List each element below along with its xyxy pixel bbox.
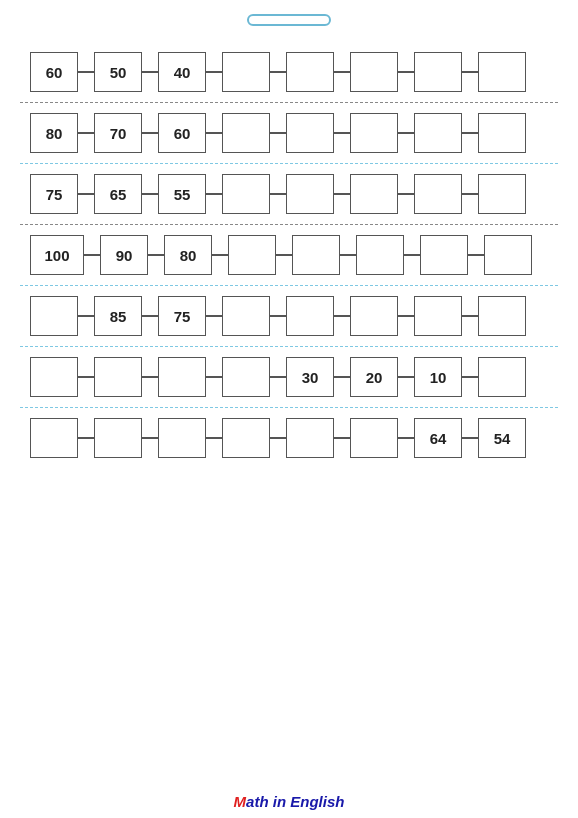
cell-3-4 [292,235,340,275]
cell-6-4 [286,418,334,458]
connector-3-1 [84,254,100,256]
connector-2-3 [206,193,222,195]
cell-1-0: 80 [30,113,78,153]
connector-2-6 [398,193,414,195]
connector-6-1 [78,437,94,439]
cell-1-2: 60 [158,113,206,153]
connector-2-7 [462,193,478,195]
cell-0-1: 50 [94,52,142,92]
row-section-6: 6454 [20,410,558,466]
cell-1-6 [414,113,462,153]
cell-0-3 [222,52,270,92]
divider-4 [20,346,558,347]
connector-5-1 [78,376,94,378]
cell-6-7: 54 [478,418,526,458]
cell-4-0 [30,296,78,336]
connector-1-2 [142,132,158,134]
cell-2-4 [286,174,334,214]
connector-3-7 [468,254,484,256]
connector-0-1 [78,71,94,73]
cell-5-6: 10 [414,357,462,397]
cell-1-1: 70 [94,113,142,153]
connector-2-1 [78,193,94,195]
number-row-4: 8575 [20,288,558,344]
cell-2-1: 65 [94,174,142,214]
cell-3-5 [356,235,404,275]
cell-6-1 [94,418,142,458]
cell-5-3 [222,357,270,397]
number-row-6: 6454 [20,410,558,466]
cell-6-2 [158,418,206,458]
cell-5-5: 20 [350,357,398,397]
connector-3-3 [212,254,228,256]
cell-1-5 [350,113,398,153]
connector-3-2 [148,254,164,256]
connector-1-7 [462,132,478,134]
cell-2-5 [350,174,398,214]
cell-6-6: 64 [414,418,462,458]
number-row-5: 302010 [20,349,558,405]
cell-0-2: 40 [158,52,206,92]
cell-4-7 [478,296,526,336]
cell-2-3 [222,174,270,214]
connector-1-3 [206,132,222,134]
cell-0-0: 60 [30,52,78,92]
cell-4-4 [286,296,334,336]
cell-0-7 [478,52,526,92]
connector-6-4 [270,437,286,439]
cell-4-6 [414,296,462,336]
connector-2-5 [334,193,350,195]
connector-4-1 [78,315,94,317]
connector-4-7 [462,315,478,317]
connector-0-3 [206,71,222,73]
cell-4-2: 75 [158,296,206,336]
title [247,14,331,26]
connector-4-6 [398,315,414,317]
footer: Math in English [0,793,578,810]
footer-rest: ath in English [246,793,344,810]
cell-6-5 [350,418,398,458]
connector-3-6 [404,254,420,256]
cell-1-3 [222,113,270,153]
cell-3-6 [420,235,468,275]
cell-3-0: 100 [30,235,84,275]
row-section-4: 8575 [20,288,558,349]
cell-1-4 [286,113,334,153]
cell-3-1: 90 [100,235,148,275]
connector-0-2 [142,71,158,73]
cell-5-7 [478,357,526,397]
divider-2 [20,224,558,225]
cell-4-1: 85 [94,296,142,336]
number-row-1: 807060 [20,105,558,161]
cell-5-2 [158,357,206,397]
connector-5-2 [142,376,158,378]
number-row-3: 1009080 [20,227,558,283]
connector-1-5 [334,132,350,134]
cell-3-7 [484,235,532,275]
cell-4-3 [222,296,270,336]
connector-0-7 [462,71,478,73]
connector-1-6 [398,132,414,134]
connector-0-5 [334,71,350,73]
connector-5-6 [398,376,414,378]
rows-container: 605040807060756555100908085753020106454 [20,44,558,466]
page: 605040807060756555100908085753020106454 [0,0,578,818]
divider-3 [20,285,558,286]
divider-0 [20,102,558,103]
connector-5-4 [270,376,286,378]
cell-6-0 [30,418,78,458]
cell-0-4 [286,52,334,92]
connector-0-4 [270,71,286,73]
cell-4-5 [350,296,398,336]
connector-4-3 [206,315,222,317]
connector-6-7 [462,437,478,439]
cell-2-7 [478,174,526,214]
divider-1 [20,163,558,164]
cell-0-5 [350,52,398,92]
number-row-2: 756555 [20,166,558,222]
cell-2-2: 55 [158,174,206,214]
connector-0-6 [398,71,414,73]
cell-5-1 [94,357,142,397]
cell-1-7 [478,113,526,153]
cell-6-3 [222,418,270,458]
